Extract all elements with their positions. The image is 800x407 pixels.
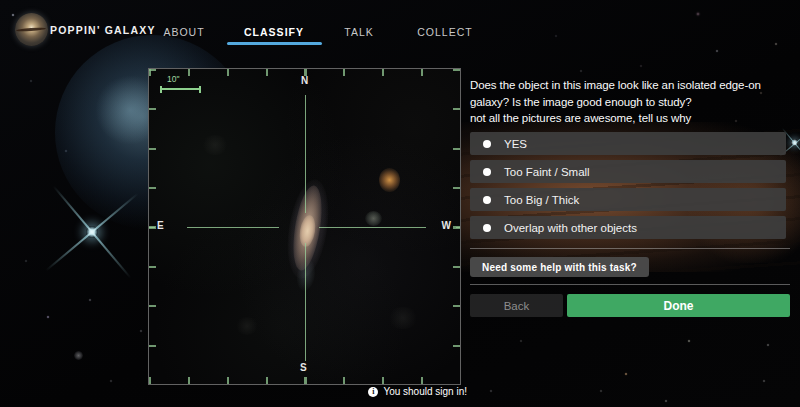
panel-divider xyxy=(470,248,790,249)
signin-text: You should sign in! xyxy=(383,386,467,397)
question-subtext: not all the pictures are awesome, tell u… xyxy=(470,110,796,127)
tab-talk[interactable]: TALK xyxy=(344,26,373,38)
option-overlap[interactable]: Overlap with other objects xyxy=(470,216,786,239)
option-label: Too Faint / Small xyxy=(504,166,590,178)
done-button[interactable]: Done xyxy=(567,294,790,317)
help-button[interactable]: Need some help with this task? xyxy=(470,257,649,277)
faint-smudge xyxy=(387,307,419,329)
tab-classify[interactable]: CLASSIFY xyxy=(244,26,304,38)
brand-galaxy-logo-icon[interactable] xyxy=(15,13,48,46)
crosshair-segment xyxy=(149,227,155,228)
radio-dot-icon xyxy=(483,140,491,148)
back-button[interactable]: Back xyxy=(470,294,563,317)
bright-star-icon xyxy=(86,226,98,238)
radio-dot-icon xyxy=(483,224,491,232)
ruler-ticks-bottom xyxy=(149,377,460,384)
compass-east-label: E xyxy=(157,220,164,231)
compass-west-label: W xyxy=(442,220,451,231)
scale-bar xyxy=(160,88,201,90)
faint-smudge xyxy=(235,317,259,335)
brand-title: POPPIN' GALAXY xyxy=(50,24,156,36)
pale-star-blob xyxy=(365,211,382,226)
option-too-faint-small[interactable]: Too Faint / Small xyxy=(470,160,786,183)
crosshair-segment xyxy=(305,95,306,213)
active-tab-underline xyxy=(227,42,322,45)
crosshair-segment xyxy=(187,227,279,228)
top-nav: POPPIN' GALAXY ABOUT CLASSIFY TALK COLLE… xyxy=(0,0,800,56)
crosshair-segment xyxy=(456,227,460,228)
compass-north-label: N xyxy=(301,75,308,86)
crosshair-segment xyxy=(319,227,426,228)
tab-collect[interactable]: COLLECT xyxy=(417,26,472,38)
info-icon: i xyxy=(368,387,378,397)
answer-options: YES Too Faint / Small Too Big / Thick Ov… xyxy=(470,132,786,244)
signin-notice[interactable]: i You should sign in! xyxy=(368,386,467,397)
faint-galaxy-blob xyxy=(74,351,83,360)
question-text: Does the object in this image look like … xyxy=(470,77,796,110)
option-label: Overlap with other objects xyxy=(504,222,637,234)
option-label: YES xyxy=(504,138,527,150)
compass-south-label: S xyxy=(300,362,307,373)
task-question: Does the object in this image look like … xyxy=(470,77,796,127)
orange-star-blob xyxy=(379,168,400,192)
subject-image[interactable]: N S E W 10" xyxy=(148,68,461,385)
tab-about[interactable]: ABOUT xyxy=(163,26,204,38)
option-label: Too Big / Thick xyxy=(504,194,579,206)
bright-star-icon xyxy=(791,139,798,146)
radio-dot-icon xyxy=(483,196,491,204)
faint-smudge xyxy=(201,135,229,155)
crosshair-segment xyxy=(305,243,306,361)
option-too-big-thick[interactable]: Too Big / Thick xyxy=(470,188,786,211)
panel-divider xyxy=(470,284,790,285)
option-yes[interactable]: YES xyxy=(470,132,786,155)
radio-dot-icon xyxy=(483,168,491,176)
app-window: POPPIN' GALAXY ABOUT CLASSIFY TALK COLLE… xyxy=(0,0,800,407)
scale-bar-label: 10" xyxy=(167,74,179,84)
